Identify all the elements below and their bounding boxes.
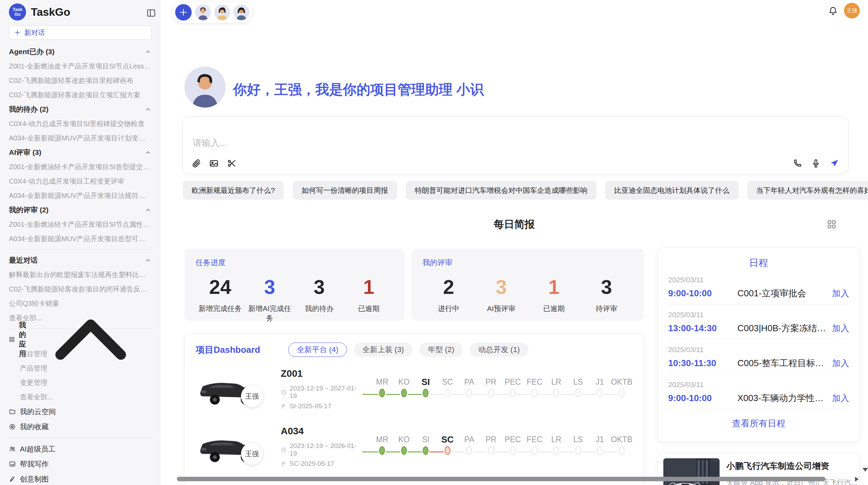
chevron-up-icon[interactable] [145, 207, 151, 213]
plus-icon [179, 8, 188, 17]
sidebar-item-cloud[interactable]: 我的云空间 [9, 404, 151, 419]
agent-avatar-3[interactable] [233, 4, 249, 20]
milestone-connector [582, 451, 596, 452]
paperclip-icon[interactable] [191, 159, 201, 168]
suggestion-chip[interactable]: 特朗普可能对进口汽车增税会对中国车企造成哪些影响 [406, 181, 596, 200]
agent-avatar-1[interactable] [195, 4, 211, 20]
suggestion-chip[interactable]: 比亚迪全固态电池计划具体说了什么 [605, 181, 738, 200]
milestone-dot [553, 446, 559, 455]
stat-value: 2 [422, 275, 475, 298]
project-rows: 王强 Z001 2023-12-19 ~ 2027-01-19 SI-2025-… [185, 360, 643, 475]
layout-grid-icon[interactable] [827, 220, 836, 229]
logo-text-2: Go [14, 12, 21, 17]
milestone: PA [458, 375, 480, 401]
milestone: LR [545, 433, 567, 459]
task-section: 我的评审 (2) Z001-全新燃油轻卡产品开发项目SI节点属性5D文件评审A0… [9, 203, 151, 246]
notification-bell-icon[interactable] [828, 6, 838, 16]
milestone: SI [415, 433, 437, 459]
sidebar-task-item[interactable]: A034-全新新能源MUV产品开发项目造型可行性评审 [9, 232, 151, 246]
scissors-icon[interactable] [227, 159, 237, 168]
agent-avatar-2[interactable] [214, 4, 230, 20]
sidebar-task-item[interactable]: A034-全新新能源MUV产品开发项目计划变更表编写 [9, 131, 151, 145]
sidebar-task-item[interactable]: Z001-全新燃油轻卡产品开发项目SI造型提交物评审 [9, 160, 151, 174]
dashboard-tab[interactable]: 动总开发 (1) [470, 343, 528, 357]
sidebar-item-favorites[interactable]: 我的收藏 [9, 419, 151, 434]
horizontal-scrollbar[interactable] [177, 477, 825, 481]
sidebar-task-item[interactable]: Z001-全新燃油轻卡产品开发项目SI节点属性5D文件评审 [9, 217, 151, 232]
join-link[interactable]: 加入 [832, 358, 849, 369]
suggestion-chip[interactable]: 当下年轻人对汽车外观有怎样的喜好趋势 [747, 181, 868, 200]
milestone-label: LR [545, 375, 567, 389]
logo-text-1: Task [13, 7, 23, 12]
mic-icon[interactable] [811, 159, 821, 168]
join-link[interactable]: 加入 [832, 323, 849, 334]
stat-value: 3 [475, 275, 528, 298]
milestone-connector [362, 451, 378, 452]
milestone: LS [567, 375, 589, 401]
chevron-up-icon[interactable] [145, 257, 151, 263]
recent-chats-header[interactable]: 最近对话 [9, 253, 151, 268]
scroll-right-arrow[interactable] [855, 477, 859, 482]
add-agent-button[interactable] [175, 4, 192, 21]
chevron-up-icon[interactable] [145, 49, 151, 55]
project-dates-text: 2023-12-19 ~ 2026-01-19 [290, 442, 362, 457]
phone-icon[interactable] [793, 159, 802, 168]
milestone-connector [430, 394, 444, 395]
project-row[interactable]: 王强 Z001 2023-12-19 ~ 2027-01-19 SI-2025-… [185, 360, 643, 418]
sidebar-item-write[interactable]: 帮我写作 [9, 457, 151, 472]
chevron-up-icon[interactable] [145, 149, 151, 156]
section-title: 我的待办 (2) [9, 104, 49, 114]
stat-label: 进行中 [422, 304, 475, 313]
milestone-connector [408, 394, 422, 395]
sidebar-item-draw[interactable]: 创意制图 [9, 472, 151, 485]
my-apps-header[interactable]: 我的应用 [9, 332, 151, 347]
milestone-connector [604, 451, 618, 452]
sidebar-task-item[interactable]: C02-飞腾新能源轻客改款项目立项汇报方案 [9, 88, 151, 102]
project-dates-text: 2023-12-19 ~ 2027-01-19 [290, 385, 362, 400]
dashboard-tab[interactable]: 年型 (2) [419, 343, 463, 357]
sidebar-task-item[interactable]: C0X4-动力总成开发项目工程变更评审 [9, 174, 151, 188]
suggestion-chip[interactable]: 如何写一份清晰的项目周报 [293, 181, 397, 200]
milestone-dot [401, 446, 407, 455]
stat-value: 1 [528, 275, 580, 298]
user-avatar[interactable]: 王强 [844, 3, 860, 18]
app-logo: Task Go [9, 3, 26, 21]
view-all-schedule-link[interactable]: 查看所有日程 [668, 418, 849, 430]
section-header[interactable]: 我的评审 (2) [9, 203, 151, 217]
join-link[interactable]: 加入 [832, 393, 849, 404]
message-input[interactable] [193, 136, 707, 150]
sidebar-task-item[interactable]: C0X4-动力总成开发项目SI里程碑提交物检查 [9, 116, 151, 131]
join-link[interactable]: 加入 [832, 288, 849, 299]
dashboard-tab[interactable]: 全新上装 (3) [354, 343, 412, 357]
stat-value: 3 [294, 275, 344, 298]
milestone: FEC [524, 433, 546, 459]
ai-staff-label: AI超级员工 [20, 444, 56, 454]
milestone-track: MRKOSISCPAPRPECFECLRLSJ1OKTB [371, 375, 632, 401]
sidebar: Task Go TaskGo 新对话 Agent已办 (3) Z001-全新燃油… [0, 0, 160, 485]
milestone-connector [451, 451, 466, 452]
section-header[interactable]: 我的待办 (2) [9, 102, 151, 116]
chevron-up-icon[interactable] [145, 106, 151, 112]
sidebar-task-item[interactable]: C02-飞腾新能源轻客改款项目里程碑画布 [9, 73, 151, 88]
sidebar-task-item[interactable]: A034-全新新能源MUV产品开发项目法规符合性评审 [9, 188, 151, 203]
send-icon[interactable] [830, 159, 839, 168]
image-icon[interactable] [209, 159, 219, 168]
schedule-time: 9:00-10:00 [668, 393, 737, 403]
dashboard-tab[interactable]: 全新平台 (4) [288, 343, 347, 357]
milestone-label: PR [480, 433, 502, 446]
suggestion-chip[interactable]: 欧洲新规最近颁布了什么? [183, 181, 284, 200]
sidebar-collapse-icon[interactable] [146, 8, 156, 18]
sidebar-item-ai-staff[interactable]: AI超级员工 [9, 442, 151, 457]
stat-label: 已逾期 [528, 304, 580, 313]
chevron-up-icon[interactable] [30, 279, 151, 400]
section-header[interactable]: Agent已办 (3) [9, 45, 151, 59]
new-chat-button[interactable]: 新对话 [9, 25, 152, 40]
section-header[interactable]: AI评审 (3) [9, 145, 151, 160]
scroll-down-arrow[interactable] [863, 468, 868, 472]
milestone-label: KO [393, 375, 415, 389]
sidebar-task-item[interactable]: Z001-全新燃油皮卡产品开发项目SI节点Lesson Learn报告 [9, 59, 151, 73]
project-row[interactable]: 王强 A034 2023-12-19 ~ 2026-01-19 SC-2025-… [185, 418, 643, 475]
milestone-dot [532, 446, 538, 455]
schedule-time: 10:30-11:30 [668, 358, 737, 369]
task-section: 我的待办 (2) C0X4-动力总成开发项目SI里程碑提交物检查A034-全新新… [9, 102, 151, 145]
